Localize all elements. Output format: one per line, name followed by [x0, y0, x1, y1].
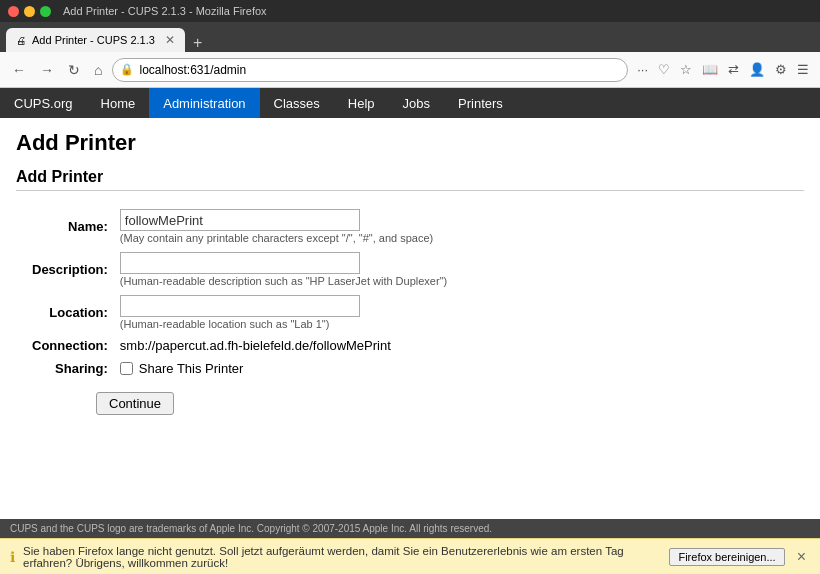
- main-content: Add Printer Add Printer Name: (May conta…: [0, 118, 820, 519]
- name-label: Name:: [26, 205, 114, 248]
- location-input[interactable]: [120, 295, 360, 317]
- forward-button[interactable]: →: [36, 60, 58, 80]
- location-label: Location:: [26, 291, 114, 334]
- notification-text: Sie haben Firefox lange nicht genutzt. S…: [23, 545, 661, 569]
- connection-value: smb://papercut.ad.fh-bielefeld.de/follow…: [120, 338, 391, 353]
- tab-close-icon[interactable]: ✕: [165, 33, 175, 47]
- add-printer-form: Name: (May contain any printable charact…: [26, 205, 453, 380]
- continue-button[interactable]: Continue: [96, 392, 174, 415]
- home-button[interactable]: ⌂: [90, 60, 106, 80]
- nav-item-home[interactable]: Home: [87, 88, 150, 118]
- navmenu: CUPS.org Home Administration Classes Hel…: [0, 88, 820, 118]
- sync-icon[interactable]: ⇄: [725, 60, 742, 79]
- hamburger-icon[interactable]: ☰: [794, 60, 812, 79]
- sharing-label: Sharing:: [26, 357, 114, 380]
- window-title: Add Printer - CUPS 2.1.3 - Mozilla Firef…: [63, 5, 267, 17]
- url-input[interactable]: [112, 58, 628, 82]
- traffic-lights: [8, 6, 51, 17]
- footer-text: CUPS and the CUPS logo are trademarks of…: [10, 523, 492, 534]
- connection-label: Connection:: [26, 334, 114, 357]
- nav-item-cups-org[interactable]: CUPS.org: [0, 88, 87, 118]
- description-input[interactable]: [120, 252, 360, 274]
- firefox-refresh-button[interactable]: Firefox bereinigen...: [669, 548, 784, 566]
- tab-label: Add Printer - CUPS 2.1.3: [32, 34, 155, 46]
- new-tab-button[interactable]: +: [189, 34, 206, 52]
- url-wrapper: 🔒: [112, 58, 628, 82]
- bookmark-icon[interactable]: ♡: [655, 60, 673, 79]
- nav-item-jobs[interactable]: Jobs: [389, 88, 444, 118]
- nav-item-help[interactable]: Help: [334, 88, 389, 118]
- nav-item-administration[interactable]: Administration: [149, 88, 259, 118]
- section-title: Add Printer: [16, 168, 804, 191]
- settings-icon[interactable]: ⚙: [772, 60, 790, 79]
- sharing-checkbox-label: Share This Printer: [139, 361, 244, 376]
- notification-close-icon[interactable]: ×: [793, 548, 810, 566]
- addressbar: ← → ↻ ⌂ 🔒 ··· ♡ ☆ 📖 ⇄ 👤 ⚙ ☰: [0, 52, 820, 88]
- name-hint: (May contain any printable characters ex…: [120, 232, 447, 244]
- reload-button[interactable]: ↻: [64, 60, 84, 80]
- tab-favicon-icon: 🖨: [16, 35, 26, 46]
- lock-icon: 🔒: [120, 63, 134, 76]
- footer: CUPS and the CUPS logo are trademarks of…: [0, 519, 820, 538]
- back-button[interactable]: ←: [8, 60, 30, 80]
- sharing-checkbox[interactable]: [120, 362, 133, 375]
- nav-item-printers[interactable]: Printers: [444, 88, 517, 118]
- browser-tab[interactable]: 🖨 Add Printer - CUPS 2.1.3 ✕: [6, 28, 185, 52]
- nav-item-classes[interactable]: Classes: [260, 88, 334, 118]
- sharing-row: Share This Printer: [120, 361, 447, 376]
- name-input[interactable]: [120, 209, 360, 231]
- maximize-window-button[interactable]: [40, 6, 51, 17]
- toolbar-right: ··· ♡ ☆ 📖 ⇄ 👤 ⚙ ☰: [634, 60, 812, 79]
- tabbar: 🖨 Add Printer - CUPS 2.1.3 ✕ +: [0, 22, 820, 52]
- notification-bar: ℹ Sie haben Firefox lange nicht genutzt.…: [0, 538, 820, 574]
- overflow-menu-icon[interactable]: ···: [634, 60, 651, 79]
- reading-list-icon[interactable]: 📖: [699, 60, 721, 79]
- notification-icon: ℹ: [10, 549, 15, 565]
- description-label: Description:: [26, 248, 114, 291]
- account-icon[interactable]: 👤: [746, 60, 768, 79]
- close-window-button[interactable]: [8, 6, 19, 17]
- titlebar: Add Printer - CUPS 2.1.3 - Mozilla Firef…: [0, 0, 820, 22]
- page-title: Add Printer: [16, 130, 804, 156]
- minimize-window-button[interactable]: [24, 6, 35, 17]
- description-hint: (Human-readable description such as "HP …: [120, 275, 447, 287]
- star-icon[interactable]: ☆: [677, 60, 695, 79]
- location-hint: (Human-readable location such as "Lab 1"…: [120, 318, 447, 330]
